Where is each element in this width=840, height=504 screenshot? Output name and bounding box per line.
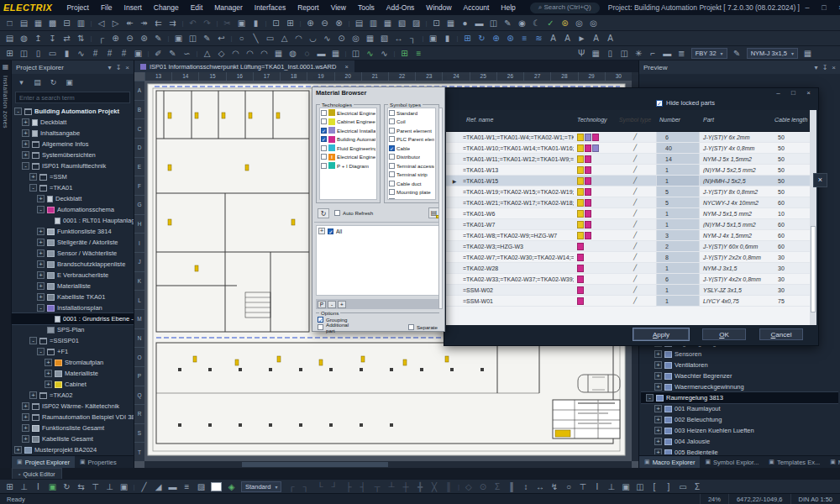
menu-item[interactable]: Manager	[208, 3, 249, 12]
t-top[interactable]: ⊤	[575, 480, 590, 493]
exchange-h[interactable]: ⇄	[60, 32, 74, 45]
dialog-scrollbar[interactable]	[438, 108, 443, 309]
table-row[interactable]: =SSM-W01 ╱ 1 LiYCY 4x0,75 75	[446, 296, 811, 307]
copy-format[interactable]: ▣	[117, 480, 131, 493]
parallel[interactable]: ║	[441, 480, 455, 493]
card-view[interactable]: ▬	[472, 17, 486, 29]
tree-item[interactable]: - Installationsplan	[12, 302, 134, 313]
tree-expander[interactable]: +	[654, 438, 662, 445]
text-style-2[interactable]: A	[603, 32, 617, 45]
close-icon[interactable]: ×	[802, 89, 815, 97]
tree-expander[interactable]: +	[37, 249, 45, 257]
circle-dot[interactable]: ⊙	[475, 480, 490, 493]
group-symbol[interactable]: ▣	[426, 32, 440, 45]
import[interactable]: ↧	[45, 32, 60, 45]
table-row[interactable]: =TKA02-W28 ╱ 1 NYM-J 3x1,5 30	[446, 263, 811, 274]
zoom-in-2[interactable]: ⊕	[108, 32, 123, 45]
find[interactable]: ⊡	[269, 17, 283, 29]
image-symbol-2[interactable]: ▦	[328, 47, 343, 60]
diamond-symbol[interactable]: ◇	[214, 47, 228, 60]
tree-item[interactable]: 0001 : RLT01 Hauptanlage	[12, 215, 134, 226]
close-icon[interactable]: ×	[125, 64, 129, 71]
door-symbol[interactable]: ▯	[603, 47, 617, 60]
filter-button[interactable]: P	[318, 301, 326, 308]
wave-plain[interactable]: ∿	[377, 47, 391, 60]
tree-expander[interactable]: +	[654, 416, 662, 423]
dimension[interactable]: ↔	[391, 32, 406, 45]
arch-symbol-2[interactable]: ◠	[243, 47, 257, 60]
installation-zones-strip[interactable]: ▦ Installation zones	[0, 60, 12, 468]
distributor-plug[interactable]: Ψ	[575, 47, 589, 60]
tree-expander[interactable]: +	[45, 359, 52, 366]
distribute-tool[interactable]: ≋	[532, 32, 546, 45]
tree-expander[interactable]: +	[37, 271, 45, 279]
tree-item[interactable]: + Sensoren	[641, 349, 838, 360]
document-edit[interactable]: ✎	[501, 17, 515, 29]
tree-item[interactable]: + E Verbraucherliste	[12, 270, 134, 281]
maximize-button[interactable]: □	[816, 3, 832, 12]
menu-item[interactable]: View	[325, 3, 352, 12]
save[interactable]: ▦	[31, 17, 45, 29]
tree-expander[interactable]: +	[29, 173, 37, 181]
panel-tab[interactable]: ▣Properties	[75, 456, 122, 468]
draw-ellipse[interactable]: ◎	[349, 32, 363, 45]
symbol-type-option[interactable]: DIN Rail	[388, 197, 435, 200]
panel-tab[interactable]: ▣Project Explorer	[12, 456, 75, 468]
previous-page[interactable]: ⇇	[151, 17, 165, 29]
signal-wave[interactable]: ∿	[74, 47, 88, 60]
tree-expander[interactable]: +	[654, 350, 662, 358]
circle-select[interactable]: ○	[234, 32, 249, 45]
triangle-symbol[interactable]: △	[200, 47, 214, 60]
grid-hash-2[interactable]: #	[102, 47, 117, 60]
tree-item[interactable]: - ISP01 Raumlufttechnik	[12, 160, 134, 171]
tree-item[interactable]: 0001 : Grundriss Ebene -1	[12, 313, 134, 324]
route-wire[interactable]: ┐	[406, 32, 420, 45]
tree-expander[interactable]: +	[37, 239, 45, 246]
lasso[interactable]: ∽	[180, 47, 194, 60]
copy-green[interactable]: ⊞	[397, 47, 412, 60]
macro-box[interactable]: ▧	[395, 17, 409, 29]
tree-item[interactable]: - =TKA01	[12, 182, 134, 193]
column-technology[interactable]: Technology	[574, 117, 614, 123]
shield-check-icon[interactable]: ◈	[224, 480, 239, 493]
tree-search-input[interactable]	[15, 92, 130, 103]
tree-expander[interactable]: +	[45, 370, 52, 377]
last-page[interactable]: ↠	[137, 17, 151, 29]
global-search-input[interactable]: ⌕ Search (Ctrl+Q)	[530, 3, 600, 13]
tree-item[interactable]: + Musterprojekt BA2024	[12, 444, 134, 455]
device-chip[interactable]: ▮	[60, 47, 74, 60]
export[interactable]: ↥	[31, 32, 45, 45]
draw-line[interactable]: ╲	[249, 32, 263, 45]
symbol-type-option[interactable]: PLC Parent element	[388, 135, 435, 144]
tree-expander[interactable]: +	[654, 449, 662, 454]
tree-expander[interactable]: +	[318, 228, 325, 234]
grid-symbol[interactable]: ▦	[589, 47, 603, 60]
bracket-left[interactable]: [	[647, 480, 661, 493]
tree-item[interactable]: + Materialliste	[12, 368, 134, 379]
tree-expander[interactable]: +	[22, 402, 29, 410]
menu-item[interactable]: Add-Ons	[381, 3, 421, 12]
hide-locked-parts-checkbox[interactable]: Hide locked parts	[656, 99, 715, 107]
window-split[interactable]: ◫	[17, 47, 31, 60]
text-cursor[interactable]: I	[31, 480, 45, 493]
tree-item[interactable]: + Cabinet	[12, 379, 134, 390]
cut[interactable]: ✂	[220, 17, 234, 29]
table-row[interactable]: =TKA02-W33;=TKA02-W37;=TKA02-W39;=... ╱ …	[446, 274, 811, 285]
document-settings[interactable]: ⊛	[558, 17, 572, 29]
tree-expander[interactable]: +	[654, 405, 662, 412]
open-project[interactable]: ▤	[17, 17, 31, 29]
pair-bars[interactable]: ║	[504, 480, 518, 493]
solid-rect[interactable]: ▣	[131, 47, 145, 60]
tree-expander[interactable]: +	[654, 383, 662, 391]
tree-item[interactable]: + Sensor / Wächterliste	[12, 248, 134, 259]
node-bottom[interactable]: ⊥	[102, 480, 117, 493]
save-copy[interactable]: ⊟	[60, 17, 74, 29]
align-tool[interactable]: ≡	[517, 32, 532, 45]
close-button[interactable]: ×	[833, 3, 840, 12]
symbol-type-option[interactable]: Cable	[388, 144, 435, 153]
wall-symbol[interactable]: ▬	[660, 47, 675, 60]
table-row[interactable]: =SSM-W02 ╱ 1 YSLY-JZ 3x1,5 30	[446, 285, 811, 296]
zoom-page[interactable]: ⊛	[137, 32, 151, 45]
draw-image-2[interactable]: ▧	[377, 32, 391, 45]
mirror[interactable]: ⇆	[74, 480, 88, 493]
